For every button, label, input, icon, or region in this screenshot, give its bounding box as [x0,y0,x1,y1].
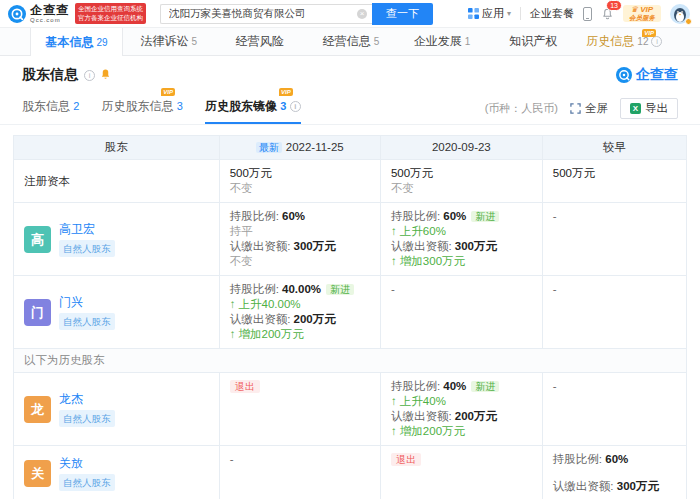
top-bar: 企查查 Qcc.com 全国企业信用查询系统 官方备案企业征信机构 × 查一下 [0,0,700,28]
avatar-status-dot [685,18,692,25]
increase-line: ↑ 上升40% [391,394,532,409]
new-entry-badge: 新进 [326,284,354,295]
nav-tab-label: 法律诉讼 [140,33,188,50]
export-button[interactable]: X 导出 [620,98,678,119]
nav-tab-5[interactable]: 知识产权 [488,28,579,55]
capital-cell: 500万元不变 [220,160,381,202]
shareholder-name-link[interactable]: 龙杰 [59,392,115,407]
col-earliest: 较早 [543,136,686,159]
user-avatar[interactable] [670,4,690,24]
shareholder-row-0: 高 高卫宏 自然人股东 持股比例: 60%持平认缴出资额: 300万元不变持股比… [14,203,686,276]
subtab-count: 3 [280,100,286,112]
section-title: 股东信息 [22,66,78,84]
nav-tab-label: 知识产权 [509,33,557,50]
shareholder-name-link[interactable]: 关放 [59,456,115,471]
info-icon[interactable]: i [290,101,301,112]
nav-tab-4[interactable]: 企业发展 1 [397,28,488,55]
nav-tab-count: 29 [97,37,108,48]
apps-grid-icon [468,8,479,19]
latest-badge: 最新 [256,142,282,153]
notifications[interactable]: 13 [601,6,614,22]
nav-tab-label: 经营信息 [323,33,371,50]
enterprise-package-link[interactable]: 企业套餐 [530,6,574,21]
kv-line: 持股比例: 40.00%新进 [230,282,370,297]
period-cell: 持股比例: 40.00%新进↑ 上升40.00%认缴出资额: 200万元↑ 增加… [220,276,381,348]
period-cell: 持股比例: 60%认缴出资额: 300万元 [543,446,686,499]
empty-dash: - [553,282,676,297]
subtab-1[interactable]: VIP 历史股东信息 3 [101,94,182,124]
kv-line: 认缴出资额: 300万元 [391,239,532,254]
subtab-label: 历史股东信息 [101,99,173,113]
mobile-app-icon[interactable] [583,7,592,21]
vip-badge: VIP [279,88,293,96]
unchanged-line: 持平 [230,224,370,239]
fullscreen-button[interactable]: 全屏 [570,101,608,116]
info-icon[interactable]: i [84,70,95,81]
nav-tab-count: 5 [374,36,380,47]
unchanged-line: 不变 [391,181,532,196]
empty-dash: - [391,282,532,297]
shareholder-name-link[interactable]: 门兴 [59,295,115,310]
shareholder-avatar: 关 [24,460,51,487]
subtab-count: 3 [177,100,183,112]
shareholder-card: 股东信息 i 企查查 股东信息 2 [0,56,700,499]
new-entry-badge: 新进 [471,211,499,222]
crown-icon: ♛ [631,5,638,14]
nav-tab-6[interactable]: VIP 历史信息 12 i [579,28,670,55]
shareholder-avatar: 高 [24,226,51,253]
subtabs: 股东信息 2 VIP 历史股东信息 3 VIP 历史股东镜像 3 i [22,94,301,124]
search-button[interactable]: 查一下 [372,3,433,25]
kv-line: 持股比例: 40%新进 [391,379,532,394]
kv-line: 认缴出资额: 200万元 [391,409,532,424]
col-shareholder: 股东 [14,136,220,159]
col-date-latest: 最新2022-11-25 [220,136,381,159]
kv-line: 持股比例: 60% [230,209,370,224]
search-input[interactable] [160,4,372,24]
exit-line: 退出 [391,452,532,467]
value-line: 500万元 [391,166,532,181]
alert-bell-icon[interactable] [100,67,111,83]
divider [520,7,521,20]
vip-badge: VIP [161,88,175,96]
subtab-count: 2 [73,100,79,112]
fullscreen-icon [570,103,581,114]
new-entry-badge: 新进 [471,381,499,392]
qcc-logo[interactable]: 企查查 Qcc.com 全国企业信用查询系统 官方备案企业征信机构 [8,3,146,23]
registered-capital-row: 注册资本 500万元不变500万元不变500万元 [14,160,686,203]
excel-icon: X [630,103,641,114]
shareholder-name-link[interactable]: 高卫宏 [59,222,115,237]
kv-line: 认缴出资额: 300万元 [553,479,676,494]
brand-name: 企查查 [30,4,69,16]
period-cell: 退出 [381,446,543,499]
nav-tab-3[interactable]: 经营信息 5 [305,28,396,55]
shareholder-row-1: 门 门兴 自然人股东 持股比例: 40.00%新进↑ 上升40.00%认缴出资额… [14,276,686,349]
brand-domain: Qcc.com [30,17,69,23]
period-cell: - [220,446,381,499]
clear-icon[interactable]: × [357,9,367,19]
currency-note: (币种：人民币) [485,101,558,116]
subtab-0[interactable]: 股东信息 2 [22,94,79,124]
value-line: 500万元 [230,166,370,181]
nav-tab-count: 5 [191,36,197,47]
nav-tab-1[interactable]: 法律诉讼 5 [123,28,214,55]
exit-badge: 退出 [230,380,260,393]
increase-line: ↑ 增加200万元 [230,327,370,342]
shareholder-type-tag: 自然人股东 [59,313,115,330]
nav-tab-0[interactable]: 基本信息 29 [30,28,123,56]
company-nav-tabs: 基本信息 29 法律诉讼 5 经营风险 经营信息 5 企业发展 1 知识产权 V… [0,28,700,56]
apps-menu[interactable]: 应用 ▾ [468,6,511,21]
empty-dash: - [553,209,676,224]
nav-tab-2[interactable]: 经营风险 [214,28,305,55]
shareholder-identity: 关 关放 自然人股东 [14,446,220,499]
shareholder-mirror-table: 股东 最新2022-11-25 2020-09-23 较早 注册资本 500万元… [13,135,687,499]
kv-line: 持股比例: 60%新进 [391,209,532,224]
nav-tab-label: 基本信息 [46,34,94,51]
subtab-2[interactable]: VIP 历史股东镜像 3 i [205,94,301,124]
value-line: 500万元 [553,166,676,181]
info-icon[interactable]: i [651,36,662,47]
nav-tab-label: 经营风险 [236,33,284,50]
subtab-label: 历史股东镜像 [205,99,277,113]
exit-line: 退出 [230,379,370,394]
vip-membership-badge[interactable]: ♛ VIP 会员服务 [623,5,661,23]
shareholder-type-tag: 自然人股东 [59,240,115,257]
